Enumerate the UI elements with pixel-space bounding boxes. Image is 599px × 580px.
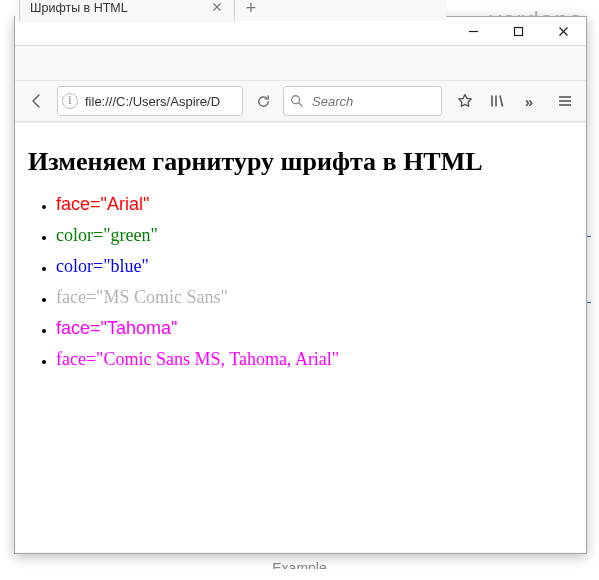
new-tab-button[interactable]: +	[237, 0, 265, 21]
svg-point-6	[292, 96, 300, 104]
tab-close-button[interactable]	[208, 0, 226, 17]
tab-title: Шрифты в HTML	[30, 1, 128, 15]
library-button[interactable]	[484, 88, 510, 114]
list-item: color="green"	[56, 222, 573, 249]
search-icon	[290, 94, 304, 108]
navigation-toolbar: i »	[15, 80, 586, 122]
list-item: face="Tahoma"	[56, 315, 573, 342]
browser-window: Шрифты в HTML + i	[14, 16, 587, 554]
back-button[interactable]	[23, 87, 51, 115]
menu-button[interactable]	[552, 88, 578, 114]
maximize-button[interactable]	[496, 17, 541, 45]
font-example-list: face="Arial"color="green"color="blue"fac…	[56, 191, 573, 373]
search-bar[interactable]	[283, 86, 442, 116]
tab-strip: Шрифты в HTML +	[15, 0, 446, 21]
search-input[interactable]	[310, 93, 435, 110]
svg-line-10	[500, 96, 503, 107]
list-item: face="Comic Sans MS, Tahoma, Arial"	[56, 346, 573, 373]
close-button[interactable]	[541, 17, 586, 45]
list-item: face="MS Comic Sans"	[56, 284, 573, 311]
svg-rect-1	[515, 27, 523, 35]
url-input[interactable]	[83, 93, 242, 110]
list-item: face="Arial"	[56, 191, 573, 218]
list-item: color="blue"	[56, 253, 573, 280]
page-heading: Изменяем гарнитуру шрифта в HTML	[28, 147, 573, 177]
overflow-button[interactable]: »	[516, 88, 542, 114]
browser-tab[interactable]: Шрифты в HTML	[19, 0, 235, 22]
svg-line-7	[299, 103, 302, 106]
reload-button[interactable]	[249, 87, 277, 115]
minimize-button[interactable]	[451, 17, 496, 45]
bookmark-star-button[interactable]	[452, 88, 478, 114]
page-content: Изменяем гарнитуру шрифта в HTML face="A…	[16, 122, 585, 552]
background-decoration	[245, 569, 355, 580]
site-info-icon[interactable]: i	[62, 93, 78, 109]
address-bar[interactable]: i	[57, 86, 243, 116]
